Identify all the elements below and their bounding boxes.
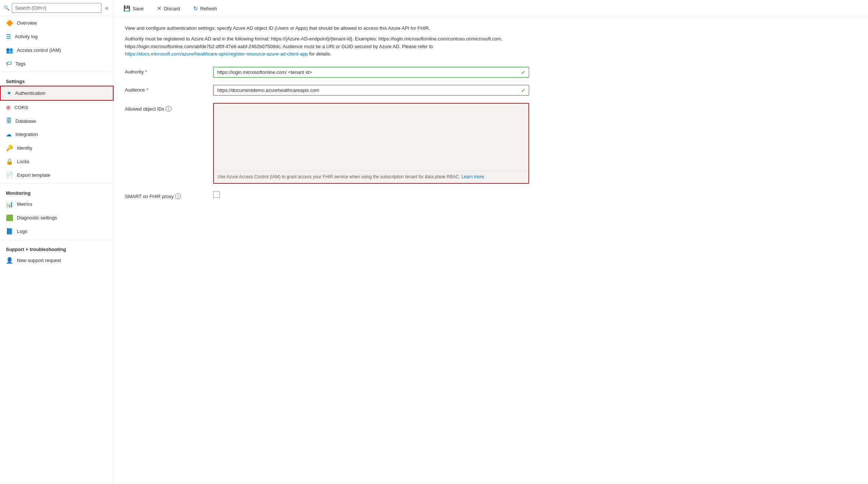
nav-top: 🔶 Overview ☰ Activity log 👥 Access contr… bbox=[0, 16, 114, 70]
sidebar-item-label: Tags bbox=[15, 61, 25, 67]
sidebar-item-logs[interactable]: 📘 Logs bbox=[0, 225, 114, 238]
search-input[interactable] bbox=[12, 3, 101, 13]
integration-icon: ☁ bbox=[6, 131, 12, 138]
identity-icon: 🔑 bbox=[6, 144, 13, 151]
learn-more-link[interactable]: Learn more. bbox=[462, 174, 485, 179]
sidebar-item-database[interactable]: 🗄 Database bbox=[0, 114, 114, 128]
smart-fhir-checkbox-wrap bbox=[213, 191, 220, 198]
description-text-before-link: Authority must be registered to Azure AD… bbox=[125, 36, 503, 49]
metrics-icon: 📊 bbox=[6, 201, 13, 208]
audience-required-star: * bbox=[146, 87, 148, 93]
sidebar-item-label: Identity bbox=[17, 145, 32, 151]
sidebar-item-integration[interactable]: ☁ Integration bbox=[0, 128, 114, 141]
authority-valid-icon: ✓ bbox=[521, 69, 526, 75]
discard-button[interactable]: ✕ Discard bbox=[155, 4, 182, 13]
tags-icon: 🏷 bbox=[6, 60, 12, 67]
sidebar-item-metrics[interactable]: 📊 Metrics bbox=[0, 197, 114, 211]
section-settings: Settings bbox=[0, 74, 114, 86]
sidebar-item-authentication[interactable]: ✦ Authentication bbox=[0, 86, 114, 101]
audience-input[interactable] bbox=[213, 85, 529, 96]
main-panel: 💾 Save ✕ Discard ↻ Refresh View and conf… bbox=[114, 0, 868, 484]
refresh-icon: ↻ bbox=[193, 5, 198, 12]
smart-fhir-label: SMART on FHIR proxy i bbox=[125, 191, 206, 199]
sidebar-item-identity[interactable]: 🔑 Identity bbox=[0, 141, 114, 155]
content-area: View and configure authentication settin… bbox=[114, 17, 868, 484]
save-button[interactable]: 💾 Save bbox=[121, 4, 146, 13]
sidebar-item-activity-log[interactable]: ☰ Activity log bbox=[0, 30, 114, 43]
sidebar-item-label: Database bbox=[15, 118, 36, 124]
save-icon: 💾 bbox=[123, 5, 130, 12]
activity-log-icon: ☰ bbox=[6, 33, 11, 40]
audience-input-wrap: ✓ bbox=[213, 85, 529, 96]
refresh-button[interactable]: ↻ Refresh bbox=[191, 4, 219, 13]
authority-input[interactable] bbox=[213, 67, 529, 78]
sidebar-item-tags[interactable]: 🏷 Tags bbox=[0, 57, 114, 70]
allowed-object-ids-info-icon[interactable]: i bbox=[166, 106, 172, 112]
discard-icon: ✕ bbox=[157, 5, 162, 12]
divider-settings bbox=[0, 72, 114, 72]
authentication-form: Authority * ✓ Audience * ✓ bbox=[125, 67, 529, 199]
refresh-label: Refresh bbox=[200, 6, 217, 11]
audience-row: Audience * ✓ bbox=[125, 85, 529, 96]
audience-label: Audience * bbox=[125, 85, 206, 93]
authentication-icon: ✦ bbox=[7, 90, 11, 97]
allowed-object-ids-hint: Use Azure Access Control (IAM) to grant … bbox=[214, 171, 528, 183]
smart-fhir-checkbox[interactable] bbox=[213, 191, 220, 198]
sidebar-item-label: Activity log bbox=[15, 34, 37, 39]
smart-fhir-info-icon[interactable]: i bbox=[175, 193, 181, 199]
search-box: 🔍 « bbox=[0, 0, 114, 16]
sidebar-item-cors[interactable]: ⊕ CORS bbox=[0, 101, 114, 114]
sidebar: 🔍 « 🔶 Overview ☰ Activity log 👥 Access c… bbox=[0, 0, 114, 484]
export-template-icon: 📄 bbox=[6, 172, 13, 179]
search-icon: 🔍 bbox=[4, 5, 10, 11]
docs-link[interactable]: https://docs.microsoft.com/azure/healthc… bbox=[125, 51, 308, 57]
toolbar: 💾 Save ✕ Discard ↻ Refresh bbox=[114, 0, 868, 17]
overview-icon: 🔶 bbox=[6, 19, 13, 26]
discard-label: Discard bbox=[164, 6, 180, 11]
description-text-after-link: for details. bbox=[309, 51, 331, 57]
authority-label: Authority * bbox=[125, 67, 206, 75]
database-icon: 🗄 bbox=[6, 118, 12, 124]
smart-fhir-row: SMART on FHIR proxy i bbox=[125, 191, 529, 199]
access-control-icon: 👥 bbox=[6, 47, 13, 54]
authority-required-star: * bbox=[145, 69, 147, 75]
sidebar-item-overview[interactable]: 🔶 Overview bbox=[0, 16, 114, 30]
diagnostic-icon: 🟩 bbox=[6, 214, 13, 221]
section-support: Support + troubleshooting bbox=[0, 241, 114, 254]
locks-icon: 🔒 bbox=[6, 158, 13, 165]
sidebar-item-diagnostic[interactable]: 🟩 Diagnostic settings bbox=[0, 211, 114, 225]
divider-support bbox=[0, 240, 114, 240]
allowed-object-ids-label: Allowed object IDs i bbox=[125, 103, 206, 112]
sidebar-item-label: Diagnostic settings bbox=[17, 215, 57, 221]
sidebar-item-label: Metrics bbox=[17, 201, 32, 207]
audience-valid-icon: ✓ bbox=[521, 87, 526, 93]
allowed-object-ids-textarea[interactable] bbox=[214, 104, 528, 170]
sidebar-item-label: Locks bbox=[17, 159, 29, 164]
sidebar-item-export-template[interactable]: 📄 Export template bbox=[0, 168, 114, 182]
sidebar-item-label: Overview bbox=[17, 20, 37, 26]
support-icon: 👤 bbox=[6, 257, 13, 264]
divider-monitoring bbox=[0, 183, 114, 184]
description-line1: View and configure authentication settin… bbox=[125, 25, 511, 32]
allowed-object-ids-row: Allowed object IDs i Use Azure Access Co… bbox=[125, 103, 529, 184]
allowed-object-ids-textarea-wrap: Use Azure Access Control (IAM) to grant … bbox=[213, 103, 529, 184]
authority-row: Authority * ✓ bbox=[125, 67, 529, 78]
sidebar-item-access-control[interactable]: 👥 Access control (IAM) bbox=[0, 43, 114, 57]
logs-icon: 📘 bbox=[6, 228, 13, 235]
sidebar-item-label: Export template bbox=[17, 172, 50, 178]
section-monitoring: Monitoring bbox=[0, 185, 114, 197]
sidebar-item-label: Integration bbox=[15, 132, 38, 137]
sidebar-item-new-support[interactable]: 👤 New support request bbox=[0, 254, 114, 267]
sidebar-item-label: New support request bbox=[17, 258, 61, 263]
sidebar-item-locks[interactable]: 🔒 Locks bbox=[0, 155, 114, 168]
sidebar-item-label: CORS bbox=[14, 105, 28, 110]
authority-input-wrap: ✓ bbox=[213, 67, 529, 78]
sidebar-item-label: Logs bbox=[17, 229, 27, 234]
cors-icon: ⊕ bbox=[6, 104, 11, 111]
save-label: Save bbox=[133, 6, 144, 11]
description-line2: Authority must be registered to Azure AD… bbox=[125, 35, 511, 58]
sidebar-item-label: Access control (IAM) bbox=[17, 47, 61, 53]
sidebar-item-label: Authentication bbox=[15, 90, 45, 96]
collapse-button[interactable]: « bbox=[104, 3, 110, 13]
